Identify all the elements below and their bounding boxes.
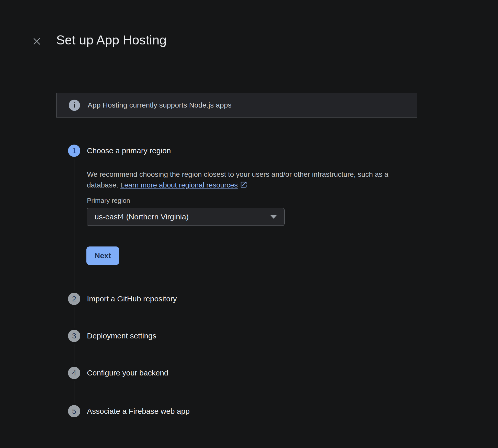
step-3-number: 3	[72, 332, 76, 340]
step-2-number: 2	[72, 295, 76, 303]
step-5-indicator: 5	[68, 405, 80, 417]
setup-app-hosting-dialog: Set up App Hosting i App Hosting current…	[0, 0, 498, 448]
step-1-indicator: 1	[68, 145, 80, 157]
primary-region-selected-value: us-east4 (Northern Virginia)	[95, 213, 270, 221]
step-3-title: Deployment settings	[87, 331, 156, 341]
close-button[interactable]	[30, 35, 44, 49]
step-4-title: Configure your backend	[87, 368, 168, 378]
close-icon	[32, 37, 41, 47]
step-connector-2	[74, 307, 74, 328]
info-banner-text: App Hosting currently supports Node.js a…	[88, 101, 232, 109]
step-5-number: 5	[72, 407, 76, 416]
step-1-description: We recommend choosing the region closest…	[87, 169, 398, 192]
primary-region-select[interactable]: us-east4 (Northern Virginia)	[87, 208, 285, 226]
page-title: Set up App Hosting	[56, 33, 167, 48]
step-2-indicator: 2	[68, 293, 80, 305]
info-icon: i	[69, 100, 80, 111]
next-button[interactable]: Next	[86, 246, 119, 265]
step-1-title: Choose a primary region	[87, 145, 171, 156]
learn-more-link-label: Learn more about regional resources	[120, 181, 238, 189]
dropdown-arrow-icon	[270, 215, 277, 219]
info-banner: i App Hosting currently supports Node.js…	[56, 93, 417, 117]
step-3-indicator: 3	[68, 330, 80, 342]
external-link-icon	[240, 181, 247, 192]
step-1-number: 1	[72, 147, 76, 155]
step-4-number: 4	[72, 369, 76, 377]
primary-region-label: Primary region	[87, 197, 130, 205]
step-2-title: Import a GitHub repository	[87, 293, 177, 304]
step-connector-3	[74, 344, 74, 365]
step-4-indicator: 4	[68, 367, 80, 379]
learn-more-link[interactable]: Learn more about regional resources	[120, 181, 247, 189]
step-connector-1	[74, 159, 74, 291]
step-connector-4	[74, 381, 74, 403]
step-5-title: Associate a Firebase web app	[87, 406, 190, 417]
